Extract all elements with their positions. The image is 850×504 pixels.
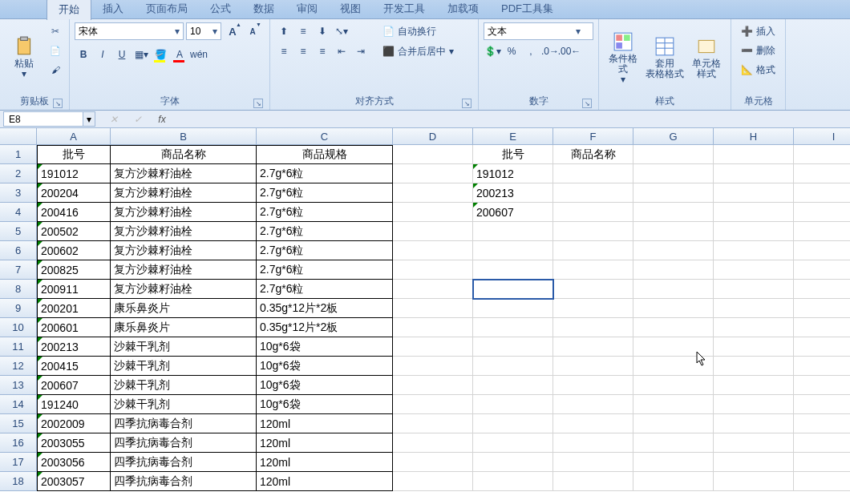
cell-D1[interactable] — [393, 145, 473, 164]
cell-B8[interactable]: 复方沙棘籽油栓 — [111, 280, 257, 299]
cell-E3[interactable]: 200213 — [473, 183, 553, 203]
cell-C11[interactable]: 10g*6袋 — [257, 337, 393, 357]
cell-I10[interactable] — [794, 318, 850, 337]
delete-cells-button[interactable]: ➖删除 — [736, 42, 780, 59]
cell-G17[interactable] — [633, 453, 714, 472]
orientation-button[interactable]: ⤡▾ — [333, 22, 350, 40]
cell-E15[interactable] — [473, 414, 553, 433]
alignment-launcher[interactable]: ↘ — [462, 99, 472, 108]
cell-F16[interactable] — [553, 433, 633, 453]
tab-开发工具[interactable]: 开发工具 — [372, 0, 436, 20]
cell-A11[interactable]: 200213 — [37, 337, 111, 357]
cell-D5[interactable] — [393, 222, 473, 241]
indent-inc-button[interactable]: ⇥ — [352, 42, 370, 60]
cell-C4[interactable]: 2.7g*6粒 — [257, 203, 393, 222]
col-header-F[interactable]: F — [553, 128, 633, 145]
cell-styles-button[interactable]: 单元格 样式 — [687, 22, 726, 93]
fill-color-button[interactable]: 🪣 — [152, 46, 169, 63]
font-color-button[interactable]: A — [171, 46, 188, 63]
tab-加载项[interactable]: 加载项 — [436, 0, 490, 20]
cell-F9[interactable] — [553, 299, 633, 318]
cell-I7[interactable] — [794, 260, 850, 280]
enter-formula-button[interactable]: ✓ — [128, 112, 148, 127]
cell-C2[interactable]: 2.7g*6粒 — [257, 164, 393, 183]
cancel-formula-button[interactable]: ✕ — [104, 112, 123, 127]
cell-G8[interactable] — [633, 280, 714, 299]
font-name-input[interactable] — [75, 26, 172, 37]
font-name-dropdown[interactable]: ▾ — [172, 26, 183, 37]
cell-G2[interactable] — [633, 164, 714, 183]
cell-H16[interactable] — [714, 433, 794, 453]
cell-E4[interactable]: 200607 — [473, 203, 553, 222]
cell-D16[interactable] — [393, 433, 473, 453]
cell-C6[interactable]: 2.7g*6粒 — [257, 241, 393, 260]
cell-H7[interactable] — [714, 260, 794, 280]
cell-F7[interactable] — [553, 260, 633, 280]
cell-E5[interactable] — [473, 222, 553, 241]
cell-G5[interactable] — [633, 222, 714, 241]
cell-E11[interactable] — [473, 337, 553, 357]
col-header-H[interactable]: H — [714, 128, 794, 145]
col-header-E[interactable]: E — [473, 128, 553, 145]
cell-F4[interactable] — [553, 203, 633, 222]
col-header-D[interactable]: D — [393, 128, 473, 145]
cell-C16[interactable]: 120ml — [257, 433, 393, 453]
cell-B4[interactable]: 复方沙棘籽油栓 — [111, 203, 257, 222]
cell-E12[interactable] — [473, 357, 553, 376]
cell-E18[interactable] — [473, 472, 553, 491]
cell-A1[interactable]: 批号 — [37, 145, 111, 164]
cell-E14[interactable] — [473, 395, 553, 414]
row-header-17[interactable]: 17 — [0, 453, 37, 472]
clipboard-launcher[interactable]: ↘ — [53, 99, 63, 108]
cell-E16[interactable] — [473, 433, 553, 453]
cell-D18[interactable] — [393, 472, 473, 491]
align-left-button[interactable]: ≡ — [275, 42, 293, 60]
cell-D3[interactable] — [393, 183, 473, 203]
tab-公式[interactable]: 公式 — [199, 0, 242, 20]
underline-button[interactable] — [113, 46, 131, 63]
cell-B6[interactable]: 复方沙棘籽油栓 — [111, 241, 257, 260]
cell-G7[interactable] — [633, 260, 714, 280]
cell-E9[interactable] — [473, 299, 553, 318]
cell-B11[interactable]: 沙棘干乳剂 — [111, 337, 257, 357]
bold-button[interactable] — [75, 46, 92, 63]
conditional-format-button[interactable]: 条件格式▾ — [604, 22, 642, 93]
row-header-12[interactable]: 12 — [0, 357, 37, 376]
cell-I18[interactable] — [794, 472, 850, 491]
cell-A10[interactable]: 200601 — [37, 318, 111, 337]
cell-G9[interactable] — [633, 299, 714, 318]
cell-H11[interactable] — [714, 337, 794, 357]
cell-B5[interactable]: 复方沙棘籽油栓 — [111, 222, 257, 241]
tab-视图[interactable]: 视图 — [329, 0, 372, 20]
cell-I5[interactable] — [794, 222, 850, 241]
cell-F11[interactable] — [553, 337, 633, 357]
cell-G14[interactable] — [633, 395, 714, 414]
cell-F17[interactable] — [553, 453, 633, 472]
cell-A18[interactable]: 2003057 — [37, 472, 111, 491]
align-bottom-button[interactable]: ⬇ — [314, 22, 331, 40]
increase-decimal-button[interactable]: .0→ — [541, 42, 559, 60]
tab-插入[interactable]: 插入 — [91, 0, 135, 20]
merge-center-button[interactable]: ⬛合并后居中▾ — [378, 42, 459, 60]
cell-B16[interactable]: 四季抗病毒合剂 — [111, 433, 257, 453]
cell-I8[interactable] — [794, 280, 850, 299]
cell-H13[interactable] — [714, 376, 794, 395]
cell-E17[interactable] — [473, 453, 553, 472]
cell-F15[interactable] — [553, 414, 633, 433]
number-format-dropdown[interactable]: ▾ — [573, 26, 584, 37]
cell-F8[interactable] — [553, 280, 633, 299]
cell-E6[interactable] — [473, 241, 553, 260]
cell-G10[interactable] — [633, 318, 714, 337]
row-header-3[interactable]: 3 — [0, 183, 37, 203]
row-header-7[interactable]: 7 — [0, 260, 37, 280]
cell-F5[interactable] — [553, 222, 633, 241]
cell-F12[interactable] — [553, 357, 633, 376]
cell-I1[interactable] — [794, 145, 850, 164]
cell-C8[interactable]: 2.7g*6粒 — [257, 280, 393, 299]
cell-B10[interactable]: 康乐鼻炎片 — [111, 318, 257, 337]
cell-E2[interactable]: 191012 — [473, 164, 553, 183]
cell-A9[interactable]: 200201 — [37, 299, 111, 318]
tab-页面布局[interactable]: 页面布局 — [135, 0, 199, 20]
cell-D15[interactable] — [393, 414, 473, 433]
font-size-dropdown[interactable]: ▾ — [209, 26, 221, 37]
